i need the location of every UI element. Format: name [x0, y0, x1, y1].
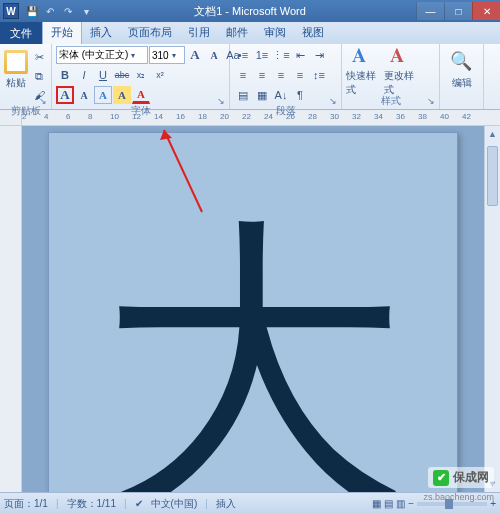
group-editing: 🔍 编辑: [440, 44, 484, 109]
sort-button[interactable]: A↓: [272, 86, 290, 104]
save-button[interactable]: 💾: [24, 3, 40, 19]
qat-more-button[interactable]: ▾: [78, 3, 94, 19]
group-clipboard: 粘贴 ✂ ⧉ 🖌 剪贴板 ↘: [0, 44, 52, 109]
change-styles-label: 更改样式: [384, 69, 420, 97]
status-spellcheck-icon[interactable]: ✔: [135, 498, 143, 509]
grow-font-button-2[interactable]: A: [56, 86, 74, 104]
ruler-tick: 38: [418, 112, 427, 121]
ruler-tick: 34: [374, 112, 383, 121]
ruler-tick: 4: [44, 112, 48, 121]
zoom-out-button[interactable]: −: [408, 498, 414, 509]
maximize-button[interactable]: □: [444, 2, 472, 20]
font-name-combo[interactable]: 宋体 (中文正文) ▾: [56, 46, 148, 64]
view-reading-icon[interactable]: ▤: [384, 498, 393, 509]
quick-styles-button[interactable]: 𝐀 快速样式: [346, 46, 382, 94]
status-page[interactable]: 页面：1/1: [4, 497, 48, 511]
bullets-button[interactable]: •≡: [234, 46, 252, 64]
paste-button[interactable]: 粘贴: [4, 46, 28, 94]
multilevel-list-button[interactable]: ⋮≡: [272, 46, 290, 64]
line-spacing-button[interactable]: ↕≡: [310, 66, 328, 84]
clipboard-launcher[interactable]: ↘: [37, 95, 49, 107]
watermark: ✔ 保成网: [428, 467, 494, 488]
scroll-thumb[interactable]: [487, 146, 498, 206]
minimize-button[interactable]: —: [416, 2, 444, 20]
styles-launcher[interactable]: ↘: [425, 95, 437, 107]
grow-font-button[interactable]: A: [186, 46, 204, 64]
view-print-layout-icon[interactable]: ▦: [372, 498, 381, 509]
font-launcher[interactable]: ↘: [215, 95, 227, 107]
font-name-value: 宋体 (中文正文): [59, 48, 128, 62]
document-area: 大 ▲ ▼: [0, 126, 500, 492]
page-viewport[interactable]: 大: [22, 126, 484, 492]
vertical-ruler[interactable]: [0, 126, 22, 492]
chevron-down-icon: ▾: [128, 51, 138, 60]
shading-button[interactable]: ▤: [234, 86, 252, 104]
redo-button[interactable]: ↷: [60, 3, 76, 19]
file-tab[interactable]: 文件: [0, 22, 42, 44]
align-center-button[interactable]: ≡: [253, 66, 271, 84]
underline-button[interactable]: U: [94, 66, 112, 84]
increase-indent-button[interactable]: ⇥: [310, 46, 328, 64]
cut-button[interactable]: ✂: [30, 48, 48, 66]
status-word-count[interactable]: 字数：1/11: [67, 497, 116, 511]
horizontal-ruler[interactable]: 24681012141618202224262830323436384042: [0, 110, 500, 126]
subscript-button[interactable]: x₂: [132, 66, 150, 84]
tab-mailings[interactable]: 邮件: [218, 21, 256, 44]
shrink-font-button-2[interactable]: A: [75, 86, 93, 104]
copy-button[interactable]: ⧉: [30, 67, 48, 85]
show-marks-button[interactable]: ¶: [291, 86, 309, 104]
status-language[interactable]: 中文(中国): [151, 497, 198, 511]
shrink-font-button[interactable]: A: [205, 46, 223, 64]
find-icon: 🔍: [450, 50, 474, 74]
tab-references[interactable]: 引用: [180, 21, 218, 44]
ruler-tick: 36: [396, 112, 405, 121]
numbering-button[interactable]: 1≡: [253, 46, 271, 64]
justify-button[interactable]: ≡: [291, 66, 309, 84]
undo-button[interactable]: ↶: [42, 3, 58, 19]
ruler-tick: 14: [154, 112, 163, 121]
change-styles-button[interactable]: 𝐀 更改样式: [384, 46, 420, 94]
tab-page-layout[interactable]: 页面布局: [120, 21, 180, 44]
window-title: 文档1 - Microsoft Word: [194, 4, 306, 19]
watermark-url: zs.baocheng.com: [423, 492, 494, 502]
group-paragraph: •≡ 1≡ ⋮≡ ⇤ ⇥ ≡ ≡ ≡ ≡ ↕≡ ▤ ▦ A↓ ¶ 段落 ↘: [230, 44, 342, 109]
quick-styles-label: 快速样式: [346, 69, 382, 97]
editing-button[interactable]: 🔍 编辑: [444, 46, 479, 94]
tab-home[interactable]: 开始: [42, 20, 82, 44]
paste-label: 粘贴: [6, 76, 26, 90]
quick-styles-icon: 𝐀: [352, 44, 376, 67]
paste-icon: [4, 50, 28, 74]
borders-button[interactable]: ▦: [253, 86, 271, 104]
superscript-button[interactable]: x²: [151, 66, 169, 84]
close-button[interactable]: ✕: [472, 2, 500, 20]
ruler-tick: 20: [220, 112, 229, 121]
highlight-button[interactable]: A: [113, 86, 131, 104]
font-size-combo[interactable]: 310 ▾: [149, 46, 185, 64]
tab-review[interactable]: 审阅: [256, 21, 294, 44]
status-insert-mode[interactable]: 插入: [216, 497, 236, 511]
text-effects-button[interactable]: A: [94, 86, 112, 104]
vertical-scrollbar[interactable]: ▲ ▼: [484, 126, 500, 492]
ribbon: 粘贴 ✂ ⧉ 🖌 剪贴板 ↘ 宋体 (中文正文) ▾ 310 ▾ A: [0, 44, 500, 110]
decrease-indent-button[interactable]: ⇤: [291, 46, 309, 64]
zoom-slider[interactable]: [417, 502, 487, 506]
scroll-up-button[interactable]: ▲: [485, 126, 500, 142]
watermark-text: 保成网: [453, 469, 489, 486]
align-right-button[interactable]: ≡: [272, 66, 290, 84]
chevron-down-icon: ▾: [169, 51, 179, 60]
tab-insert[interactable]: 插入: [82, 21, 120, 44]
strikethrough-button[interactable]: abc: [113, 66, 131, 84]
align-left-button[interactable]: ≡: [234, 66, 252, 84]
bold-button[interactable]: B: [56, 66, 74, 84]
watermark-icon: ✔: [433, 470, 449, 486]
view-web-icon[interactable]: ▥: [396, 498, 405, 509]
italic-button[interactable]: I: [75, 66, 93, 84]
window-controls: — □ ✕: [416, 2, 500, 20]
ruler-tick: 10: [110, 112, 119, 121]
document-text[interactable]: 大: [98, 217, 408, 492]
document-page[interactable]: 大: [48, 132, 458, 492]
tab-view[interactable]: 视图: [294, 21, 332, 44]
font-color-button[interactable]: A: [132, 86, 150, 104]
styles-group-label: 样式: [346, 94, 435, 109]
paragraph-launcher[interactable]: ↘: [327, 95, 339, 107]
